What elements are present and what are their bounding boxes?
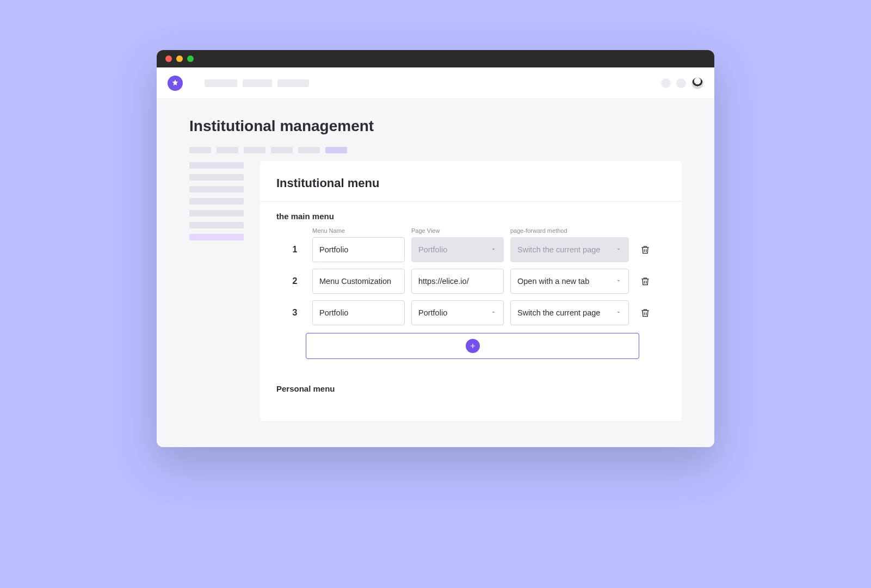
avatar[interactable] xyxy=(691,77,703,89)
topbar-action-placeholder xyxy=(676,78,686,88)
delete-row-button[interactable] xyxy=(635,244,655,255)
window-minimize-icon[interactable] xyxy=(176,55,183,62)
page-view-select[interactable]: Portfolio xyxy=(411,237,504,262)
page-content: Institutional management Institutional m… xyxy=(157,99,714,447)
browser-window: Institutional management Institutional m… xyxy=(157,50,714,447)
settings-panel: Institutional menu the main menu Menu Na… xyxy=(260,161,682,422)
window-zoom-icon[interactable] xyxy=(187,55,194,62)
chevron-down-icon xyxy=(615,245,622,254)
add-row-button[interactable] xyxy=(306,333,639,359)
col-menu-name: Menu Name xyxy=(312,227,405,234)
page-title: Institutional management xyxy=(189,117,682,135)
divider xyxy=(260,201,682,202)
chevron-down-icon xyxy=(615,277,622,286)
section-personal-menu: Personal menu xyxy=(276,384,665,393)
col-forward-method: page-forward method xyxy=(510,227,629,234)
panel-heading: Institutional menu xyxy=(276,176,665,190)
plus-icon xyxy=(466,339,480,353)
menu-name-input[interactable] xyxy=(312,300,405,325)
menu-row: 3 Portfolio Switch the current page xyxy=(276,300,665,325)
column-headers: Menu Name Page View page-forward method xyxy=(276,227,665,234)
topbar-action-placeholder xyxy=(661,78,671,88)
sidebar-placeholder xyxy=(189,162,244,422)
menu-name-input[interactable] xyxy=(312,237,405,262)
col-page-view: Page View xyxy=(411,227,504,234)
app-logo-icon[interactable] xyxy=(168,76,183,91)
chevron-down-icon xyxy=(615,308,622,317)
forward-method-select[interactable]: Switch the current page xyxy=(510,237,629,262)
chevron-down-icon xyxy=(490,245,497,254)
delete-row-button[interactable] xyxy=(635,307,655,318)
forward-method-select[interactable]: Open with a new tab xyxy=(510,269,629,294)
row-index: 1 xyxy=(284,245,306,255)
page-view-select[interactable]: Portfolio xyxy=(411,300,504,325)
menu-row: 1 Portfolio Switch the current page xyxy=(276,237,665,262)
forward-method-select[interactable]: Switch the current page xyxy=(510,300,629,325)
window-titlebar xyxy=(157,50,714,67)
menu-name-input[interactable] xyxy=(312,269,405,294)
window-close-icon[interactable] xyxy=(165,55,172,62)
row-index: 3 xyxy=(284,308,306,318)
section-main-menu: the main menu xyxy=(276,212,665,221)
delete-row-button[interactable] xyxy=(635,276,655,287)
chevron-down-icon xyxy=(490,308,497,317)
row-index: 2 xyxy=(284,276,306,286)
tabs-placeholder xyxy=(189,147,682,153)
top-nav-placeholder xyxy=(205,79,309,87)
app-topbar xyxy=(157,67,714,99)
menu-row: 2 Open with a new tab xyxy=(276,269,665,294)
page-view-input[interactable] xyxy=(411,269,504,294)
